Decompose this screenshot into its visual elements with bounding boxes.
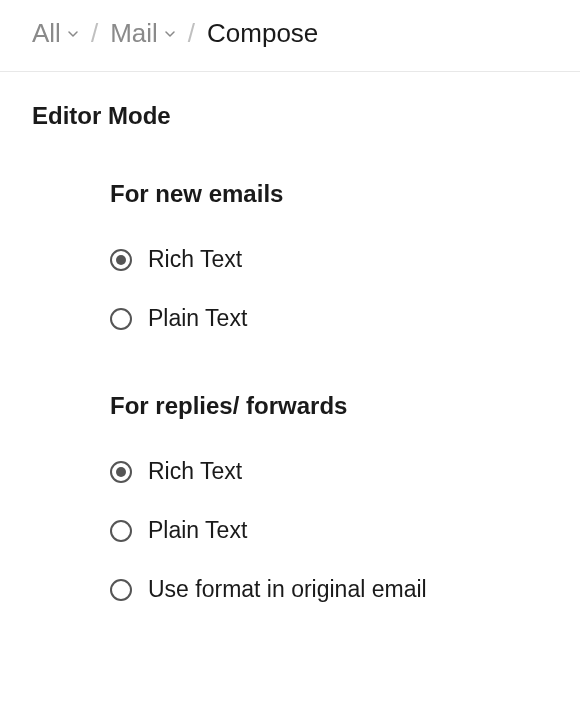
radio-option-plaintext-new[interactable]: Plain Text <box>110 305 548 332</box>
group-title: For replies/ forwards <box>110 392 548 420</box>
breadcrumb: All / Mail / Compose <box>0 0 580 72</box>
section-editor-mode: Editor Mode For new emails Rich Text Pla… <box>0 72 580 603</box>
breadcrumb-item-compose: Compose <box>207 18 318 49</box>
radio-option-plaintext-reply[interactable]: Plain Text <box>110 517 548 544</box>
breadcrumb-item-mail[interactable]: Mail <box>110 18 176 49</box>
radio-label: Rich Text <box>148 246 242 273</box>
radio-circle-icon <box>110 249 132 271</box>
radio-circle-icon <box>110 579 132 601</box>
radio-circle-icon <box>110 520 132 542</box>
radio-option-richtext-new[interactable]: Rich Text <box>110 246 548 273</box>
radio-label: Plain Text <box>148 517 247 544</box>
breadcrumb-separator: / <box>91 18 98 49</box>
breadcrumb-label: Compose <box>207 18 318 49</box>
radio-label: Use format in original email <box>148 576 427 603</box>
group-title: For new emails <box>110 180 548 208</box>
radio-option-originalformat-reply[interactable]: Use format in original email <box>110 576 548 603</box>
breadcrumb-label: All <box>32 18 61 49</box>
chevron-down-icon <box>164 28 176 40</box>
radio-label: Plain Text <box>148 305 247 332</box>
group-new-emails: For new emails Rich Text Plain Text <box>32 180 548 332</box>
radio-circle-icon <box>110 308 132 330</box>
section-title: Editor Mode <box>32 102 548 130</box>
chevron-down-icon <box>67 28 79 40</box>
breadcrumb-item-all[interactable]: All <box>32 18 79 49</box>
radio-label: Rich Text <box>148 458 242 485</box>
group-replies-forwards: For replies/ forwards Rich Text Plain Te… <box>32 392 548 603</box>
radio-circle-icon <box>110 461 132 483</box>
radio-option-richtext-reply[interactable]: Rich Text <box>110 458 548 485</box>
breadcrumb-separator: / <box>188 18 195 49</box>
breadcrumb-label: Mail <box>110 18 158 49</box>
